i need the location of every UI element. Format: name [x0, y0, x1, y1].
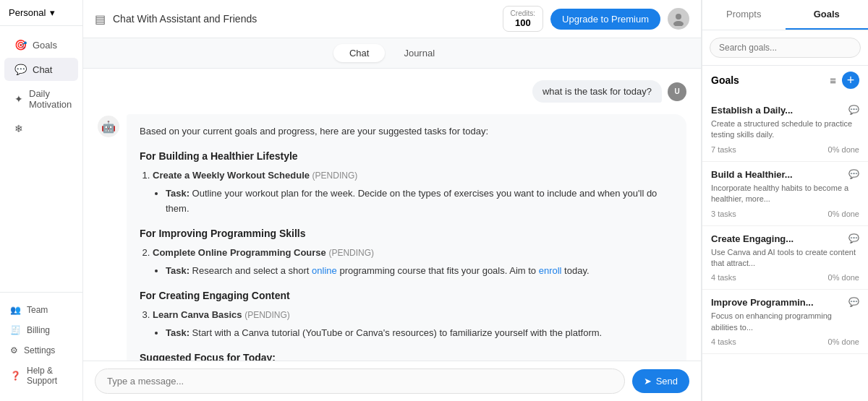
workspace-selector[interactable]: Personal ▾ — [0, 0, 82, 26]
sidebar-item-label: Goals — [33, 40, 57, 51]
goal-desc-2: Incorporate healthy habits to become a h… — [711, 183, 859, 205]
task-status-3: (PENDING) — [244, 310, 290, 320]
section-title-2: For Improving Programming Skills — [140, 225, 673, 241]
goal-name-2: Build a Healthier... — [711, 169, 793, 180]
goals-list: Establish a Daily... 💬 Create a structur… — [702, 95, 868, 401]
main-area: ▤ Chat With Assistant and Friends Credit… — [83, 0, 702, 401]
sidebar-toggle-icon[interactable]: ▤ — [95, 12, 106, 26]
chat-icon: 💬 — [14, 64, 27, 75]
goal-card-4[interactable]: Improve Programmin... 💬 Focus on enhanci… — [702, 290, 868, 354]
sidebar-item-extra[interactable]: ❄ — [4, 117, 78, 140]
task-detail-3: Task: Start with a Canva tutorial (YouTu… — [166, 326, 673, 341]
sidebar-item-billing[interactable]: 🧾 Billing — [0, 320, 82, 340]
message-input[interactable] — [95, 368, 625, 394]
goal-card-header-2: Build a Healthier... 💬 — [711, 169, 859, 180]
ai-message: 🤖 Based on your current goals and progre… — [98, 114, 686, 361]
chat-messages: what is the task for today? U 🤖 Based on… — [83, 69, 701, 361]
task-item-3: Learn Canva Basics (PENDING) Task: Start… — [153, 308, 673, 341]
task-item-1: Create a Weekly Workout Schedule (PENDIN… — [153, 168, 673, 216]
credits-label: Credits: — [511, 9, 535, 17]
task-item-2: Complete Online Programming Course (PEND… — [153, 246, 673, 279]
goal-chat-icon-2: 💬 — [848, 169, 859, 179]
goal-card-3[interactable]: Create Engaging... 💬 Use Canva and AI to… — [702, 226, 868, 290]
sidebar-item-team[interactable]: 👥 Team — [0, 300, 82, 320]
goal-progress-4: 0% done — [828, 337, 859, 346]
goal-footer-2: 3 tasks 0% done — [711, 210, 859, 218]
section-title-3: For Creating Engaging Content — [140, 288, 673, 303]
tab-prompts[interactable]: Prompts — [702, 0, 786, 30]
tab-chat[interactable]: Chat — [333, 44, 385, 62]
svg-point-1 — [673, 21, 684, 26]
goal-chat-icon-1: 💬 — [848, 105, 859, 115]
sidebar-item-help[interactable]: ❓ Help & Support — [0, 361, 82, 391]
goal-card-header-1: Establish a Daily... 💬 — [711, 105, 859, 116]
credits-badge: Credits: 100 — [503, 6, 543, 32]
svg-point-0 — [676, 14, 681, 20]
topbar: ▤ Chat With Assistant and Friends Credit… — [83, 0, 701, 38]
sidebar-item-goals[interactable]: 🎯 Goals — [4, 33, 78, 56]
topbar-right: Credits: 100 Upgrade to Premium — [503, 6, 689, 32]
task-status-2: (PENDING) — [328, 248, 374, 258]
tab-journal[interactable]: Journal — [388, 44, 451, 62]
goal-progress-2: 0% done — [828, 210, 859, 218]
sidebar-item-label: Daily Motivation — [29, 88, 72, 110]
goal-chat-icon-3: 💬 — [848, 233, 859, 243]
task-name-3: Learn Canva Basics — [153, 309, 242, 320]
upgrade-button[interactable]: Upgrade to Premium — [550, 9, 660, 30]
snowflake-icon: ❄ — [14, 123, 23, 134]
sidebar-footer-label: Settings — [24, 345, 55, 355]
task-status-1: (PENDING) — [312, 171, 358, 181]
goals-icon: 🎯 — [14, 39, 27, 51]
task-detail-2: Task: Research and select a short online… — [166, 264, 673, 279]
ai-intro: Based on your current goals and progress… — [140, 124, 673, 139]
user-message: what is the task for today? U — [98, 80, 686, 103]
task-link-2[interactable]: online — [312, 265, 337, 276]
add-goal-button[interactable]: + — [842, 72, 859, 89]
motivation-icon: ✦ — [14, 93, 23, 105]
team-icon: 👥 — [10, 305, 21, 315]
sidebar-item-label: Chat — [33, 64, 52, 75]
panel-tabs: Prompts Goals — [702, 0, 868, 30]
user-bubble: what is the task for today? — [532, 80, 662, 103]
sidebar-footer-label: Billing — [27, 325, 50, 335]
goal-desc-3: Use Canva and AI tools to create content… — [711, 247, 859, 270]
send-label: Send — [656, 376, 678, 387]
goals-header: Goals ≡ + — [702, 66, 868, 95]
goals-actions: ≡ + — [828, 72, 859, 89]
goals-panel-title: Goals — [711, 74, 739, 86]
goal-name-1: Establish a Daily... — [711, 105, 793, 116]
user-avatar: U — [668, 82, 686, 101]
sidebar-nav: 🎯 Goals 💬 Chat ✦ Daily Motivation ❄ — [0, 26, 82, 292]
goal-card-2[interactable]: Build a Healthier... 💬 Incorporate healt… — [702, 162, 868, 226]
task-name-1: Create a Weekly Workout Schedule — [153, 170, 310, 181]
goal-desc-1: Create a structured schedule to practice… — [711, 118, 859, 141]
tab-goals-panel[interactable]: Goals — [786, 0, 869, 30]
ai-content: Based on your current goals and progress… — [127, 114, 686, 361]
goal-name-4: Improve Programmin... — [711, 297, 814, 308]
panel-search — [702, 30, 868, 66]
goal-progress-1: 0% done — [828, 145, 859, 154]
goal-card-header-3: Create Engaging... 💬 — [711, 233, 859, 244]
search-input[interactable] — [710, 38, 861, 58]
settings-icon: ⚙ — [10, 345, 18, 355]
page-title: Chat With Assistant and Friends — [113, 13, 257, 25]
right-panel: Prompts Goals Goals ≡ + Establish a Dail… — [702, 0, 868, 401]
help-icon: ❓ — [10, 371, 21, 381]
topbar-left: ▤ Chat With Assistant and Friends — [95, 12, 257, 26]
task-link-enroll[interactable]: enroll — [539, 265, 562, 276]
send-icon: ➤ — [644, 376, 652, 387]
billing-icon: 🧾 — [10, 325, 21, 335]
goal-card-1[interactable]: Establish a Daily... 💬 Create a structur… — [702, 98, 868, 162]
sidebar-item-daily-motivation[interactable]: ✦ Daily Motivation — [4, 82, 78, 116]
chevron-down-icon: ▾ — [50, 7, 55, 18]
goal-tasks-1: 7 tasks — [711, 145, 736, 154]
sidebar-item-settings[interactable]: ⚙ Settings — [0, 340, 82, 361]
focus-title: Suggested Focus for Today: — [140, 350, 673, 361]
sidebar-item-chat[interactable]: 💬 Chat — [4, 58, 78, 81]
sidebar-footer-label: Team — [27, 305, 48, 315]
chat-tabs: Chat Journal — [83, 38, 701, 69]
send-button[interactable]: ➤ Send — [632, 369, 689, 393]
goals-filter-button[interactable]: ≡ — [828, 72, 838, 89]
goal-desc-4: Focus on enhancing programming abilities… — [711, 311, 859, 333]
ai-avatar: 🤖 — [98, 116, 119, 137]
